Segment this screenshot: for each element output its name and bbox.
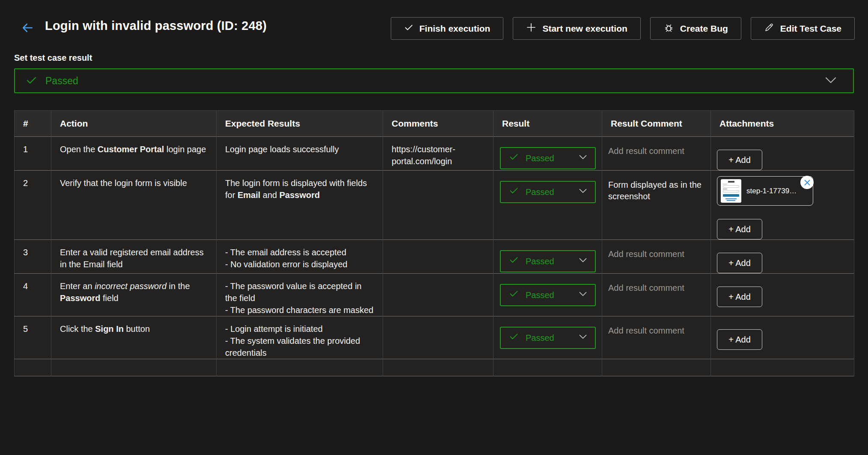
add-attachment-button[interactable]: + Add [717, 329, 762, 350]
add-attachment-button[interactable]: + Add [717, 150, 762, 170]
bug-icon [663, 22, 674, 35]
table-header-row: # Action Expected Results Comments Resul… [15, 111, 854, 137]
check-icon [404, 23, 413, 34]
table-row [15, 359, 854, 376]
table-row: 5 Click the Sign In button - Login attem… [15, 316, 854, 359]
check-icon [509, 255, 519, 268]
step-expected-results: - Login attempt is initiated- The system… [217, 316, 383, 359]
step-comments [383, 316, 493, 359]
back-button[interactable] [19, 21, 35, 36]
check-icon [509, 152, 519, 165]
step-action: Open the Customer Portal login page [51, 137, 217, 171]
set-result-label: Set test case result [14, 53, 868, 63]
step-number: 4 [15, 274, 51, 316]
column-header-expected-results: Expected Results [217, 111, 383, 137]
step-comments [383, 171, 493, 240]
result-comment[interactable]: Add result comment [608, 325, 705, 337]
step-comments: https://customer-portal.com/login [383, 137, 493, 171]
step-number: 3 [15, 240, 51, 274]
step-number: 1 [15, 137, 51, 171]
result-comment[interactable]: Form displayed as in the screenshot [608, 179, 705, 202]
step-expected-results: - The email address is accepted- No vali… [217, 240, 383, 274]
page-title: Login with invalid password (ID: 248) [45, 19, 267, 33]
step-expected-results: The login form is displayed with fields … [217, 171, 383, 240]
chevron-down-icon [578, 332, 588, 344]
step-result-label: Passed [526, 255, 554, 267]
table-row: 4 Enter an incorrect password in the Pas… [15, 274, 854, 316]
chevron-down-icon [578, 289, 588, 301]
add-attachment-button[interactable]: + Add [717, 253, 762, 273]
step-result-dropdown[interactable]: Passed [500, 147, 596, 169]
step-action: Enter an incorrect password in the Passw… [51, 274, 217, 316]
arrow-left-icon [20, 21, 34, 36]
column-header-number: # [15, 111, 51, 137]
table-row: 2 Verify that the login form is visible … [15, 171, 854, 240]
chevron-down-icon [578, 255, 588, 268]
start-new-execution-button[interactable]: Start new execution [513, 17, 640, 40]
table-row: 3 Enter a valid registered email address… [15, 240, 854, 274]
step-number: 2 [15, 171, 51, 240]
table-row: 1 Open the Customer Portal login page Lo… [15, 137, 854, 171]
add-attachment-button[interactable]: + Add [717, 219, 762, 239]
create-bug-button[interactable]: Create Bug [650, 17, 741, 40]
result-comment[interactable]: Add result comment [608, 145, 705, 157]
finish-execution-button[interactable]: Finish execution [391, 17, 504, 40]
attachment-name: step-1-17739… [746, 185, 797, 197]
add-attachment-button[interactable]: + Add [717, 287, 762, 307]
chevron-down-icon [578, 186, 588, 198]
attachment-chip[interactable]: step-1-17739… [717, 176, 813, 206]
step-action: Enter a valid registered email address i… [51, 240, 217, 274]
pencil-icon [764, 22, 774, 35]
test-case-result-dropdown[interactable]: Passed [14, 68, 854, 93]
column-header-attachments: Attachments [711, 111, 854, 137]
topbar-actions: Finish execution Start new execution Cre… [391, 17, 855, 40]
step-action: Click the Sign In button [51, 316, 217, 359]
result-comment[interactable]: Add result comment [608, 282, 705, 294]
step-comments [383, 274, 493, 316]
step-result-label: Passed [526, 289, 554, 301]
step-number: 5 [15, 316, 51, 359]
selected-result-label: Passed [45, 75, 78, 87]
step-result-dropdown[interactable]: Passed [500, 181, 596, 203]
check-icon [509, 331, 519, 344]
step-comments [383, 240, 493, 274]
step-expected-results: Login page loads successfully [217, 137, 383, 171]
step-expected-results: - The password value is accepted in the … [217, 274, 383, 316]
topbar: Login with invalid password (ID: 248) Fi… [0, 0, 868, 46]
close-icon[interactable] [800, 176, 814, 189]
check-icon [509, 289, 519, 301]
column-header-comments: Comments [383, 111, 493, 137]
step-result-dropdown[interactable]: Passed [500, 250, 596, 272]
plus-icon [526, 22, 536, 35]
step-result-dropdown[interactable]: Passed [500, 284, 596, 306]
edit-test-case-button[interactable]: Edit Test Case [751, 17, 855, 40]
column-header-action: Action [51, 111, 217, 137]
check-icon [26, 74, 37, 88]
step-action: Verify that the login form is visible [51, 171, 217, 240]
chevron-down-icon [824, 73, 838, 89]
step-result-label: Passed [526, 332, 554, 344]
attachment-thumbnail [721, 179, 741, 203]
result-comment[interactable]: Add result comment [608, 248, 705, 260]
test-steps-table: # Action Expected Results Comments Resul… [14, 110, 854, 376]
check-icon [509, 186, 519, 198]
column-header-result-comment: Result Comment [602, 111, 711, 137]
step-result-dropdown[interactable]: Passed [500, 327, 596, 349]
step-result-label: Passed [526, 186, 554, 198]
chevron-down-icon [578, 152, 588, 165]
step-result-label: Passed [526, 152, 554, 164]
column-header-result: Result [493, 111, 602, 137]
